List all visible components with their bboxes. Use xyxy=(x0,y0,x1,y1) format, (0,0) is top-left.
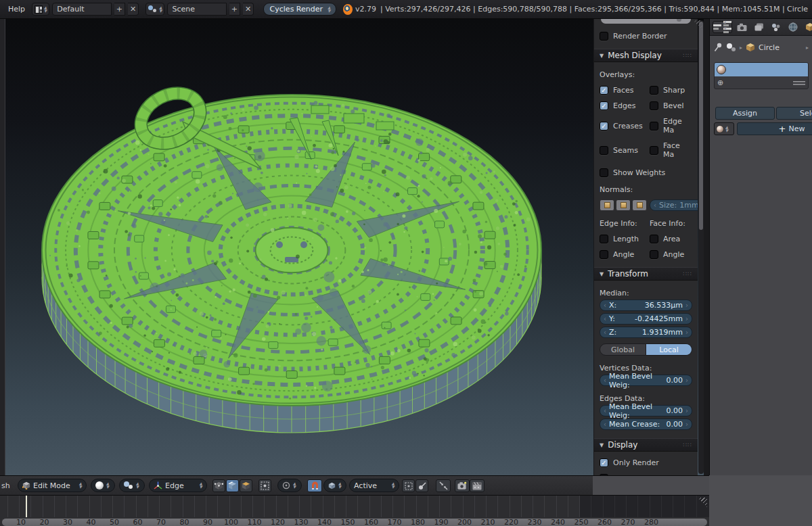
browse-material-button[interactable]: ▲▼ xyxy=(714,122,734,135)
collapse-triangle-icon[interactable]: ▼ xyxy=(600,53,604,59)
decrement-arrow[interactable]: ‹ xyxy=(604,377,606,384)
increment-arrow[interactable]: › xyxy=(685,316,688,322)
snap-element-dropdown[interactable]: ▲▼ xyxy=(323,479,346,492)
scene-tab[interactable] xyxy=(769,20,783,34)
panel-grip-icon[interactable]: ∷∷ xyxy=(683,441,692,448)
global-button[interactable]: Global xyxy=(600,343,646,356)
editor-type-button[interactable]: ▲▼ xyxy=(713,21,732,33)
decrement-arrow[interactable]: ‹ xyxy=(604,316,606,322)
decrement-arrow[interactable]: ‹ xyxy=(604,329,606,336)
vertex-normals-toggle[interactable] xyxy=(600,199,614,211)
timeline-editor[interactable]: 1020304050607080901001101201301401501601… xyxy=(0,495,709,526)
bevel-checkbox[interactable] xyxy=(650,101,658,110)
render-tab[interactable] xyxy=(735,20,749,34)
scene-name-field[interactable]: Scene xyxy=(167,3,226,16)
proportional-edit-dropdown[interactable]: ▲▼ xyxy=(277,479,302,492)
menu-help[interactable]: Help xyxy=(4,5,29,14)
render-engine-dropdown[interactable]: Cycles Render ▲▼ xyxy=(263,3,336,16)
layout-name-field[interactable]: Default xyxy=(52,3,111,16)
only-render-row[interactable]: Only Render xyxy=(600,458,692,467)
decrement-arrow[interactable]: ‹ xyxy=(604,408,606,414)
panel-header-display[interactable]: ▼ Display ∷∷ xyxy=(594,438,698,452)
median-y-field[interactable]: ‹ Y: -0.24425mm › xyxy=(600,313,692,325)
checkbox-row-edge-angle[interactable]: Angle xyxy=(600,250,650,259)
select-button[interactable]: Select xyxy=(776,107,812,120)
render-border-checkbox[interactable] xyxy=(600,32,608,41)
snap-toggle-button[interactable] xyxy=(307,479,322,492)
snap-target-dropdown[interactable]: Active ▲▼ xyxy=(349,479,399,492)
increment-arrow[interactable]: › xyxy=(685,408,688,414)
local-button[interactable]: Local xyxy=(646,343,692,356)
mean-crease-field[interactable]: ‹ Mean Crease: 0.00 › xyxy=(600,419,692,430)
decrement-arrow[interactable]: ‹ xyxy=(604,302,606,309)
face-marks-checkbox[interactable] xyxy=(650,146,658,155)
panel-grip-icon[interactable]: ∷∷ xyxy=(683,270,692,277)
checkbox-row-face-angle[interactable]: Angle xyxy=(650,250,692,259)
face-angle-checkbox[interactable] xyxy=(650,250,658,259)
checkbox-row-seams[interactable]: Seams xyxy=(600,141,650,159)
collapse-triangle-icon[interactable]: ▼ xyxy=(600,271,604,277)
collapse-triangle-icon[interactable]: ▼ xyxy=(600,442,604,448)
vertex-select-button[interactable] xyxy=(212,479,225,492)
edge-angle-checkbox[interactable] xyxy=(600,250,608,259)
edge-marks-checkbox[interactable] xyxy=(650,122,658,130)
object-tab[interactable] xyxy=(803,20,812,34)
checkbox-row-length[interactable]: Length xyxy=(600,235,650,243)
transform-orientation-dropdown[interactable]: Edge ▲▼ xyxy=(149,479,207,492)
nodes-icon[interactable] xyxy=(726,43,736,52)
panel-header-mesh-display[interactable]: ▼ Mesh Display ∷∷ xyxy=(594,49,698,62)
mode-dropdown[interactable]: Edit Mode ▲▼ xyxy=(18,479,87,492)
n-panel-scrollbar[interactable] xyxy=(698,20,704,474)
add-layout-button[interactable]: + xyxy=(114,3,125,16)
panel-header-transform[interactable]: ▼ Transform ∷∷ xyxy=(594,267,698,281)
checkbox-row-bevel[interactable]: Bevel xyxy=(650,101,692,110)
scene-browse-button[interactable]: ▲▼ xyxy=(145,3,164,16)
new-material-button[interactable]: + New xyxy=(737,122,812,135)
checkbox-row-area[interactable]: Area xyxy=(650,235,692,243)
increment-arrow[interactable]: › xyxy=(685,302,688,309)
close-layout-button[interactable]: ✕ xyxy=(128,3,139,16)
checkbox-row-edge-marks[interactable]: Edge Ma xyxy=(650,117,692,135)
median-z-field[interactable]: ‹ Z: 1.9319mm › xyxy=(600,327,692,338)
show-weights-checkbox[interactable] xyxy=(600,168,608,177)
pivot-point-dropdown[interactable]: ▲▼ xyxy=(119,479,145,492)
render-layers-tab[interactable] xyxy=(752,20,766,34)
limit-selection-visible-button[interactable] xyxy=(258,479,271,492)
checkbox-row-edges[interactable]: Edges xyxy=(600,101,650,110)
render-border-row[interactable]: Render Border xyxy=(600,32,692,41)
edge-select-button[interactable] xyxy=(226,479,239,492)
checkbox-row-faces[interactable]: Faces xyxy=(600,86,650,95)
3d-viewport[interactable]: Render Border ▼ Mesh Display ∷∷ Overlays… xyxy=(5,19,704,475)
increment-arrow[interactable]: › xyxy=(685,421,688,428)
screen-layout-button[interactable]: ▲▼ xyxy=(32,3,49,16)
sharp-checkbox[interactable] xyxy=(650,86,658,95)
material-slot-selected[interactable] xyxy=(715,63,808,76)
opengl-render-animation-button[interactable] xyxy=(470,479,484,492)
mesh-menu-partial[interactable]: sh xyxy=(1,481,10,490)
edges-checkbox[interactable] xyxy=(600,101,608,110)
snap-self-button[interactable] xyxy=(402,479,415,492)
assign-button[interactable]: Assign xyxy=(715,107,775,120)
loose-edge-normals-toggle[interactable] xyxy=(616,199,631,211)
add-slot-icon[interactable]: ⊕ xyxy=(717,78,723,87)
mean-bevel-weight-vertex-field[interactable]: ‹ Mean Bevel Weig: 0.00 › xyxy=(600,375,692,386)
list-resize-grip-icon[interactable] xyxy=(793,80,805,85)
close-scene-button[interactable]: ✕ xyxy=(243,3,254,16)
checkbox-row-face-marks[interactable]: Face Ma xyxy=(650,141,692,159)
decrement-arrow[interactable]: ‹ xyxy=(654,202,656,209)
decrement-arrow[interactable]: ‹ xyxy=(604,421,606,428)
only-render-checkbox[interactable] xyxy=(600,458,608,467)
stepper-arrows-icon[interactable]: ▲▼ xyxy=(159,6,162,13)
panel-grip-icon[interactable]: ∷∷ xyxy=(683,52,692,59)
timeline-current-frame-cursor[interactable] xyxy=(26,496,27,517)
checkbox-row-creases[interactable]: Creases xyxy=(600,117,650,135)
increment-arrow[interactable]: › xyxy=(685,377,688,384)
show-weights-row[interactable]: Show Weights xyxy=(600,168,692,177)
snap-align-rotation-button[interactable] xyxy=(415,479,428,492)
face-area-checkbox[interactable] xyxy=(650,235,658,243)
face-normals-toggle[interactable] xyxy=(632,199,647,211)
checkbox-row-sharp[interactable]: Sharp xyxy=(650,86,692,95)
partial-slider[interactable] xyxy=(601,19,691,24)
opengl-render-button[interactable] xyxy=(455,479,470,492)
breadcrumb-object-name[interactable]: Circle xyxy=(759,43,780,52)
